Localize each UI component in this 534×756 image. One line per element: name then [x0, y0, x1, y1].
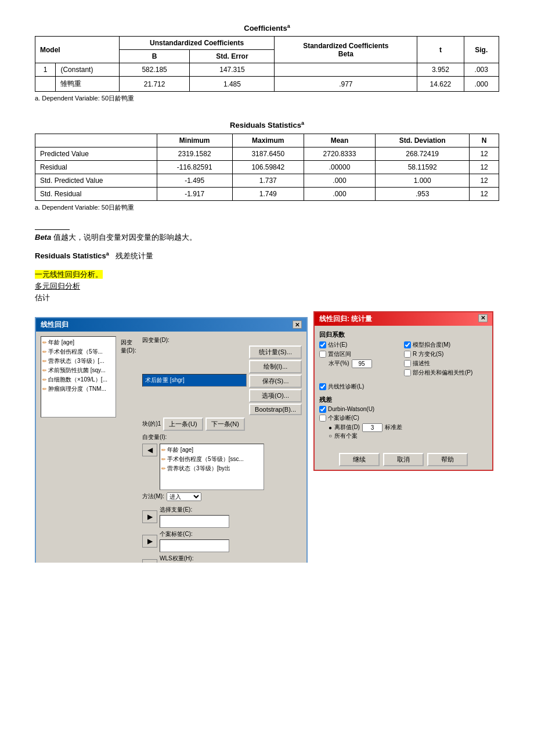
wls-label-text: WLS权重(H): — [160, 555, 229, 563]
list-item[interactable]: ✏白细胞数（×109/L）[... — [42, 375, 114, 384]
dep-label-text: 因变量(D): — [142, 336, 169, 344]
se-duck: 1.485 — [190, 77, 275, 92]
all-cases-row: ○ 所有个案 — [329, 432, 488, 440]
res-mean-std-res: .000 — [304, 187, 375, 200]
beta-duck: .977 — [275, 77, 417, 92]
collinearity-label: 共线性诊断(L) — [328, 383, 364, 391]
durbin-watson-checkbox[interactable] — [319, 406, 326, 413]
row-name-constant: (Constant) — [56, 63, 119, 77]
sig-duck: .000 — [464, 77, 499, 92]
stats-continue-button[interactable]: 继续 — [339, 453, 380, 466]
residuals-group: 残差 Durbin-Watson(U) 个案诊断(C) ● 离群值(D) 标准差 — [319, 395, 488, 440]
col-t: t — [417, 37, 464, 63]
table-row: Predicted Value 2319.1582 3187.6450 2720… — [35, 147, 499, 160]
residuals-superscript: a — [301, 120, 304, 126]
part-corr-label: 部分相关和偏相关性(P) — [413, 369, 472, 377]
res-mean-predicted: 2720.8333 — [304, 147, 375, 160]
extra-options-group: 共线性诊断(L) — [319, 383, 488, 391]
selection-field[interactable] — [160, 515, 229, 528]
stats-close-button[interactable]: ✕ — [478, 314, 488, 322]
stats-dialog-header: 线性回归: 统计量 ✕ — [315, 312, 492, 326]
highlight-section: 一元线性回归分析。 多元回归分析 估计 — [35, 269, 499, 303]
outliers-label: 离群值(D) — [334, 423, 360, 431]
confidence-level-input[interactable] — [352, 359, 372, 368]
block-label: 块(的)1 — [142, 420, 161, 428]
case-arrow-button[interactable]: ▶ — [142, 535, 157, 548]
indep-label: 自变量(I): — [142, 433, 302, 441]
confidence-checkbox[interactable] — [319, 351, 326, 358]
list-item[interactable]: ✏手术创伤程度（5等级）[ssc... — [161, 455, 262, 464]
model-fit-checkbox[interactable] — [404, 341, 411, 348]
model-fit-label: 模型拟合度(M) — [413, 341, 450, 349]
collinearity-row: 共线性诊断(L) — [319, 383, 488, 391]
dialog-area: 线性回归 ✕ ✏年龄 [age] ✏手术创伤程度（5等... ✏营养状态（3等级… — [35, 311, 499, 497]
table-row: Std. Predicted Value -1.495 1.737 .000 1… — [35, 174, 499, 187]
col-std: Standardized Coefficients Beta — [275, 37, 417, 63]
case-diag-checkbox[interactable] — [319, 415, 326, 422]
residuals-stats-desc: 残差统计量 — [116, 251, 153, 260]
estimates-checkbox[interactable] — [319, 341, 326, 348]
reg-coeff-options: 估计(E) 置信区间 水平(%) — [319, 341, 488, 378]
res-col-min: Minimum — [157, 134, 232, 147]
r-square-checkbox[interactable] — [404, 351, 411, 358]
coefficients-title-text: Coefficients — [244, 24, 287, 33]
res-n-std-res: 12 — [470, 187, 499, 200]
list-item[interactable]: ✏肿瘤病理分度（TNM... — [42, 384, 114, 394]
residuals-group-title: 残差 — [319, 395, 488, 404]
wls-arrow-button[interactable]: ▶ — [142, 559, 157, 563]
res-row-std-pred: Std. Predicted Value — [35, 174, 157, 187]
plots-button[interactable]: 绘制(I)... — [249, 360, 302, 373]
close-button[interactable]: ✕ — [293, 321, 302, 329]
prev-button[interactable]: 上一条(U) — [163, 417, 203, 431]
outliers-row: ● 离群值(D) 标准差 — [329, 423, 488, 432]
next-button[interactable]: 下一条(N) — [205, 417, 245, 431]
dialog-header: 线性回归 ✕ — [36, 318, 306, 332]
dep-var-field[interactable]: 术后龄重 [shgr] — [142, 374, 247, 387]
bootstrap-button[interactable]: Bootstrap(B)... — [249, 404, 302, 415]
list-item[interactable]: ✏营养状态（3等级）[by出 — [161, 464, 262, 473]
list-item[interactable]: ✏年龄 [age] — [42, 338, 114, 347]
list-item[interactable]: ✏手术创伤程度（5等... — [42, 347, 114, 357]
outliers-input[interactable] — [362, 423, 383, 432]
durbin-watson-label: Durbin-Watson(U) — [328, 406, 374, 412]
descriptives-checkbox[interactable] — [404, 360, 411, 367]
case-field[interactable] — [160, 539, 229, 552]
res-std-predicted: 268.72419 — [376, 147, 470, 160]
std-dev-label: 标准差 — [385, 423, 402, 431]
method-label: 方法(M): — [142, 492, 164, 501]
col-sig: Sig. — [464, 37, 499, 63]
res-max-std-res: 1.749 — [232, 187, 304, 200]
arrow-left-button[interactable]: ◀ — [142, 444, 157, 456]
save-button[interactable]: 保存(S)... — [249, 375, 302, 388]
collinearity-checkbox[interactable] — [319, 383, 326, 390]
model-num-empty — [35, 77, 56, 92]
part-corr-checkbox[interactable] — [404, 369, 411, 376]
stats-help-button[interactable]: 帮助 — [427, 453, 468, 466]
list-item[interactable]: ✏年龄 [age] — [161, 445, 262, 455]
selection-arrow-button[interactable]: ▶ — [142, 510, 157, 523]
model-fit-row: 模型拟合度(M) — [404, 341, 488, 349]
descriptives-row: 描述性 — [404, 359, 488, 368]
list-item[interactable]: ✏营养状态（3等级）[... — [42, 357, 114, 366]
stats-dialog-title: 线性回归: 统计量 — [319, 314, 372, 324]
res-col-n: N — [470, 134, 499, 147]
list-item[interactable]: ✏术前预防性抗菌 [sqy... — [42, 366, 114, 375]
source-listbox[interactable]: ✏年龄 [age] ✏手术创伤程度（5等... ✏营养状态（3等级）[... ✏… — [41, 336, 116, 417]
model-num: 1 — [35, 63, 56, 77]
options-button[interactable]: 选项(O)... — [249, 389, 302, 402]
beta-text: 值越大，说明自变量对因变量的影响越大。 — [53, 233, 197, 242]
res-std-std-res: .953 — [376, 187, 470, 200]
res-min-std-res: -1.917 — [157, 187, 232, 200]
dep-var-row: 因变量(D): — [121, 339, 138, 355]
b-constant: 582.185 — [119, 63, 190, 77]
stats-cancel-button[interactable]: 取消 — [383, 453, 424, 466]
residuals-stats-label: Residuals Statisticsa — [35, 251, 111, 260]
stats-button[interactable]: 统计量(S)... — [249, 345, 302, 359]
method-select[interactable]: 进入 — [167, 492, 201, 501]
beta-label: Beta — [35, 233, 51, 242]
res-min-residual: -116.82591 — [157, 160, 232, 174]
indep-listbox[interactable]: ✏年龄 [age] ✏手术创伤程度（5等级）[ssc... ✏营养状态（3等级）… — [160, 444, 264, 490]
row-name-duck: 雏鸭重 — [56, 77, 119, 92]
coefficients-footnote: a. Dependent Variable: 50日龄鸭重 — [35, 94, 499, 103]
res-min-std-pred: -1.495 — [157, 174, 232, 187]
